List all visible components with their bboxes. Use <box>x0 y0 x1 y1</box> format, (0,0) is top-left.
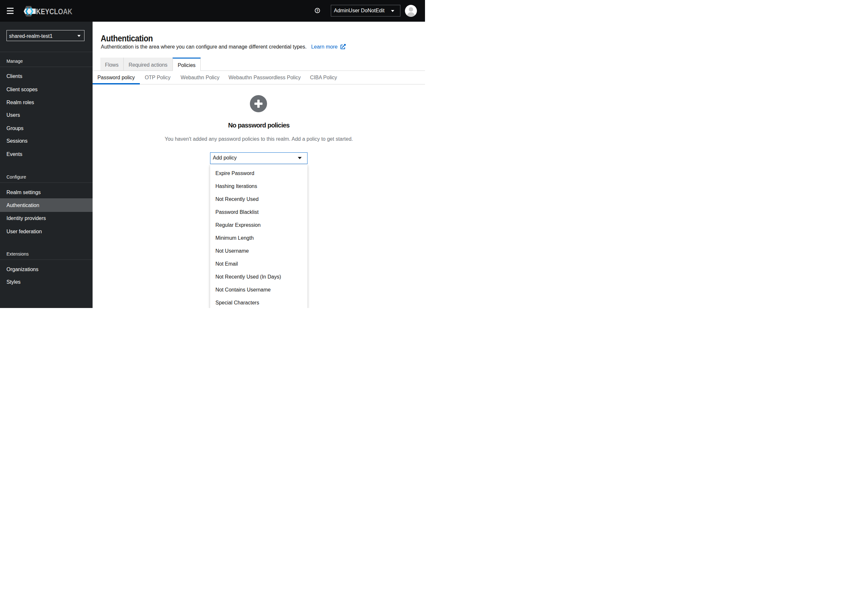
svg-text:KEYCLOAK: KEYCLOAK <box>36 7 73 16</box>
svg-text:?: ? <box>316 9 319 13</box>
